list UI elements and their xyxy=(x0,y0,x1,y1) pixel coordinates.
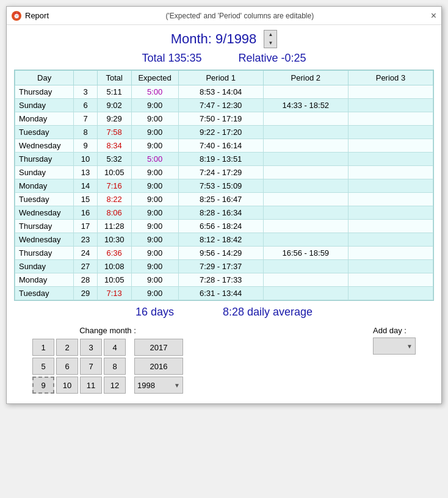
cell-period2[interactable] xyxy=(263,166,348,179)
col-header-period3[interactable]: Period 3 xyxy=(348,71,433,85)
cell-period1[interactable]: 8:28 - 16:34 xyxy=(178,206,263,220)
cell-period1[interactable]: 8:12 - 18:42 xyxy=(178,233,263,247)
cell-period1[interactable]: 7:24 - 17:29 xyxy=(178,166,263,179)
cell-period3[interactable] xyxy=(348,85,433,99)
cell-period2[interactable] xyxy=(263,153,348,166)
cell-total: 6:36 xyxy=(97,247,131,260)
month-btn-3[interactable]: 3 xyxy=(80,339,102,356)
cell-period1[interactable]: 6:56 - 18:24 xyxy=(178,220,263,233)
table-row: Sunday2710:089:007:29 - 17:37 xyxy=(15,260,433,273)
month-btn-2[interactable]: 2 xyxy=(56,339,78,356)
cell-expected[interactable]: 9:00 xyxy=(131,99,178,112)
cell-period2[interactable]: 16:56 - 18:59 xyxy=(263,247,348,260)
cell-period3[interactable] xyxy=(348,139,433,153)
close-button[interactable]: × xyxy=(431,11,436,21)
cell-period1[interactable]: 8:53 - 14:04 xyxy=(178,85,263,99)
cell-period1[interactable]: 7:28 - 17:33 xyxy=(178,273,263,287)
month-header: Month: 9/1998 ▲ ▼ xyxy=(14,30,434,48)
cell-period3[interactable] xyxy=(348,179,433,193)
month-buttons-grid: 1 2 3 4 5 6 7 8 9 10 xyxy=(32,339,126,394)
cell-period3[interactable] xyxy=(348,233,433,247)
cell-period1[interactable]: 7:47 - 12:30 xyxy=(178,99,263,112)
month-btn-6[interactable]: 6 xyxy=(56,358,78,375)
cell-period3[interactable] xyxy=(348,220,433,233)
cell-period3[interactable] xyxy=(348,99,433,112)
cell-period2[interactable] xyxy=(263,112,348,126)
cell-period2[interactable] xyxy=(263,126,348,139)
cell-expected[interactable]: 9:00 xyxy=(131,260,178,273)
cell-expected[interactable]: 9:00 xyxy=(131,206,178,220)
cell-period3[interactable] xyxy=(348,126,433,139)
month-btn-10[interactable]: 10 xyxy=(56,377,78,394)
year-btn-2016[interactable]: 2016 xyxy=(134,358,183,375)
spinner-down-button[interactable]: ▼ xyxy=(264,39,276,48)
col-header-period2[interactable]: Period 2 xyxy=(263,71,348,85)
year-btn-2017[interactable]: 2017 xyxy=(134,339,183,356)
table-row: Wednesday2310:309:008:12 - 18:42 xyxy=(15,233,433,247)
cell-period3[interactable] xyxy=(348,206,433,220)
cell-period3[interactable] xyxy=(348,247,433,260)
cell-period3[interactable] xyxy=(348,166,433,179)
cell-period1[interactable]: 7:50 - 17:19 xyxy=(178,112,263,126)
month-spinner[interactable]: ▲ ▼ xyxy=(264,30,277,48)
col-header-expected[interactable]: Expected xyxy=(131,71,178,85)
cell-period1[interactable]: 8:25 - 16:47 xyxy=(178,193,263,206)
cell-expected[interactable]: 5:00 xyxy=(131,153,178,166)
month-btn-9[interactable]: 9 xyxy=(32,377,54,394)
cell-period1[interactable]: 9:22 - 17:20 xyxy=(178,126,263,139)
cell-total: 10:05 xyxy=(97,166,131,179)
cell-period3[interactable] xyxy=(348,260,433,273)
cell-period2[interactable] xyxy=(263,220,348,233)
cell-expected[interactable]: 9:00 xyxy=(131,233,178,247)
cell-period3[interactable] xyxy=(348,273,433,287)
month-btn-7[interactable]: 7 xyxy=(80,358,102,375)
cell-expected[interactable]: 9:00 xyxy=(131,220,178,233)
col-header-num xyxy=(74,71,98,85)
cell-total: 5:32 xyxy=(97,153,131,166)
cell-period2[interactable] xyxy=(263,233,348,247)
cell-period2[interactable] xyxy=(263,260,348,273)
cell-expected[interactable]: 9:00 xyxy=(131,287,178,300)
year-dropdown[interactable]: 1998 ▼ xyxy=(134,377,183,394)
cell-period2[interactable] xyxy=(263,206,348,220)
cell-expected[interactable]: 9:00 xyxy=(131,112,178,126)
cell-period1[interactable]: 9:56 - 14:29 xyxy=(178,247,263,260)
cell-expected[interactable]: 5:00 xyxy=(131,85,178,99)
cell-expected[interactable]: 9:00 xyxy=(131,193,178,206)
cell-period1[interactable]: 7:53 - 15:09 xyxy=(178,179,263,193)
cell-day: Wednesday xyxy=(15,139,74,153)
cell-period3[interactable] xyxy=(348,153,433,166)
cell-expected[interactable]: 9:00 xyxy=(131,273,178,287)
cell-period2[interactable] xyxy=(263,179,348,193)
month-btn-8[interactable]: 8 xyxy=(104,358,126,375)
add-day-dropdown[interactable]: ▼ xyxy=(373,337,416,355)
month-btn-4[interactable]: 4 xyxy=(104,339,126,356)
month-btn-11[interactable]: 11 xyxy=(80,377,102,394)
cell-period2[interactable] xyxy=(263,273,348,287)
cell-expected[interactable]: 9:00 xyxy=(131,126,178,139)
spinner-up-button[interactable]: ▲ xyxy=(264,31,276,39)
cell-period3[interactable] xyxy=(348,112,433,126)
cell-period3[interactable] xyxy=(348,193,433,206)
cell-num: 29 xyxy=(74,287,98,300)
cell-period2[interactable] xyxy=(263,287,348,300)
main-window: ⏰ Report ('Expected' and 'Period' column… xyxy=(6,6,442,404)
cell-period1[interactable]: 6:31 - 13:44 xyxy=(178,287,263,300)
cell-period2[interactable] xyxy=(263,139,348,153)
col-header-period1[interactable]: Period 1 xyxy=(178,71,263,85)
month-btn-1[interactable]: 1 xyxy=(32,339,54,356)
cell-expected[interactable]: 9:00 xyxy=(131,179,178,193)
cell-period1[interactable]: 7:29 - 17:37 xyxy=(178,260,263,273)
cell-period1[interactable]: 8:19 - 13:51 xyxy=(178,153,263,166)
cell-expected[interactable]: 9:00 xyxy=(131,139,178,153)
table-row: Monday147:169:007:53 - 15:09 xyxy=(15,179,433,193)
cell-period2[interactable] xyxy=(263,193,348,206)
cell-period1[interactable]: 7:40 - 16:14 xyxy=(178,139,263,153)
month-btn-12[interactable]: 12 xyxy=(104,377,126,394)
cell-expected[interactable]: 9:00 xyxy=(131,247,178,260)
cell-period2[interactable]: 14:33 - 18:52 xyxy=(263,99,348,112)
cell-period2[interactable] xyxy=(263,85,348,99)
cell-period3[interactable] xyxy=(348,287,433,300)
month-btn-5[interactable]: 5 xyxy=(32,358,54,375)
cell-expected[interactable]: 9:00 xyxy=(131,166,178,179)
